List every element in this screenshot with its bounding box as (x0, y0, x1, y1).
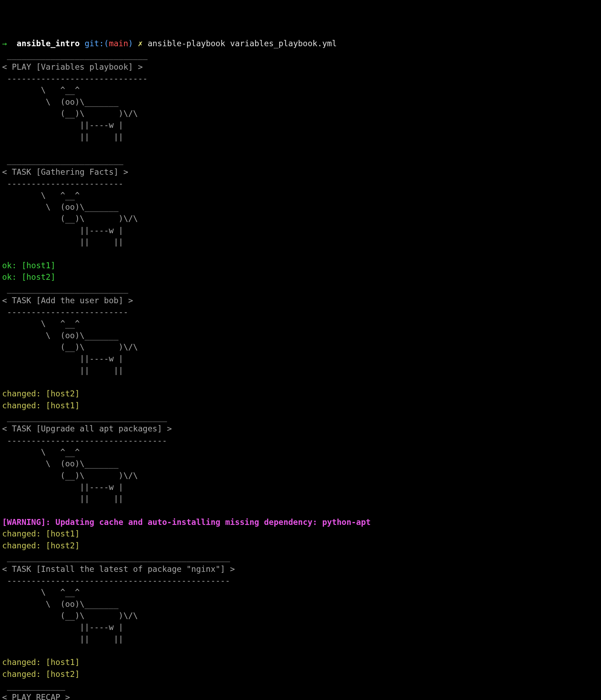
cowsay-art: \ (oo)\_______ (2, 458, 601, 470)
cowsay-art: (__)\ )\/\ (2, 610, 601, 622)
cowsay-art: ||----w | (2, 481, 601, 493)
cowsay-border-top: ____________ (2, 680, 601, 692)
cowsay-art: \ (oo)\_______ (2, 598, 601, 610)
cowsay-art: ||----w | (2, 353, 601, 365)
task-result: ok: [host2] (2, 271, 601, 283)
terminal-output: → ansible_intro git:(main) ✗ ansible-pla… (2, 38, 601, 700)
section-header: < PLAY [Variables playbook] > (2, 61, 601, 73)
cowsay-border-top: _________________________________ (2, 411, 601, 423)
command: ansible-playbook variables_playbook.yml (148, 39, 337, 48)
section-header: < TASK [Install the latest of package "n… (2, 563, 601, 575)
section-header: < TASK [Gathering Facts] > (2, 166, 601, 178)
cowsay-art: \ ^__^ (2, 190, 601, 201)
cowsay-art: (__)\ )\/\ (2, 108, 601, 119)
cowsay-border-bottom: ----------------------------- (2, 73, 601, 84)
cowsay-art: ||----w | (2, 119, 601, 131)
task-result: ok: [host1] (2, 260, 601, 271)
project-name: ansible_intro (17, 39, 80, 48)
cowsay-border-bottom: ----------------------------------------… (2, 575, 601, 587)
task-result: changed: [host1] (2, 400, 601, 411)
cowsay-art: ||----w | (2, 622, 601, 633)
cowsay-art: (__)\ )\/\ (2, 470, 601, 481)
cowsay-border-bottom: --------------------------------- (2, 435, 601, 446)
task-result: changed: [host2] (2, 388, 601, 400)
cowsay-art: \ (oo)\_______ (2, 201, 601, 213)
cowsay-border-top: ________________________ (2, 154, 601, 166)
cowsay-art: \ ^__^ (2, 84, 601, 96)
prompt-arrow: → (2, 39, 17, 48)
cowsay-border-bottom: ------------------------- (2, 306, 601, 318)
cowsay-art: || || (2, 236, 601, 248)
cowsay-art: || || (2, 131, 601, 143)
git-branch: main (109, 39, 128, 48)
section-header: < PLAY RECAP > (2, 692, 601, 700)
cowsay-art: || || (2, 633, 601, 645)
ansible-warning: [WARNING]: Updating cache and auto-insta… (2, 517, 601, 528)
cowsay-art: \ ^__^ (2, 587, 601, 598)
cowsay-border-top: _____________________________ (2, 49, 601, 61)
task-result: changed: [host1] (2, 528, 601, 540)
cowsay-border-top: _________________________ (2, 283, 601, 294)
cowsay-border-top: ________________________________________… (2, 552, 601, 563)
cowsay-art: \ (oo)\_______ (2, 330, 601, 341)
cowsay-art: (__)\ )\/\ (2, 213, 601, 224)
task-result: changed: [host2] (2, 668, 601, 680)
git-label: git:( (84, 39, 109, 48)
dirty-mark: ✗ (138, 39, 143, 48)
shell-prompt-line: → ansible_intro git:(main) ✗ ansible-pla… (2, 38, 601, 49)
cowsay-art: (__)\ )\/\ (2, 341, 601, 353)
task-result: changed: [host1] (2, 657, 601, 668)
cowsay-art: || || (2, 493, 601, 505)
cowsay-art: \ ^__^ (2, 318, 601, 330)
cowsay-art: \ (oo)\_______ (2, 96, 601, 108)
section-header: < TASK [Add the user bob] > (2, 295, 601, 306)
cowsay-art: \ ^__^ (2, 446, 601, 458)
task-result: changed: [host2] (2, 540, 601, 552)
cowsay-art: || || (2, 365, 601, 376)
cowsay-border-bottom: ------------------------ (2, 178, 601, 189)
section-header: < TASK [Upgrade all apt packages] > (2, 423, 601, 435)
cowsay-art: ||----w | (2, 225, 601, 236)
